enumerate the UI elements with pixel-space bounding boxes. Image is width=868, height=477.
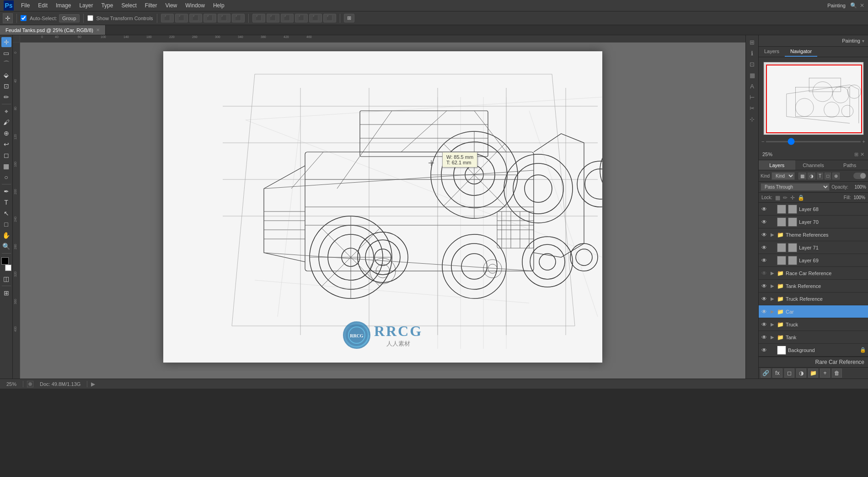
filter-shape-btn[interactable]: □: [825, 173, 831, 179]
panel-icon-1[interactable]: ⊞: [747, 37, 757, 47]
align-left[interactable]: ⬛: [161, 14, 174, 22]
layer-item-layer71[interactable]: 👁 Layer 71: [759, 241, 868, 254]
show-transform-checkbox[interactable]: [87, 15, 93, 21]
panel-collapse-btn[interactable]: ✕: [860, 152, 864, 157]
panel-icon-7[interactable]: ⊹: [747, 114, 757, 124]
zoom-percentage[interactable]: 25%: [4, 381, 19, 387]
history-brush[interactable]: ↩: [1, 139, 11, 149]
delete-layer-btn[interactable]: 🗑: [832, 369, 842, 378]
layer-item-truck-ref[interactable]: 👁 ▶ 📁 Truck Reference: [759, 293, 868, 305]
navigator-preview[interactable]: [763, 62, 864, 135]
arrange-icon[interactable]: ⊞: [344, 14, 354, 22]
filter-toggle[interactable]: [853, 173, 866, 179]
panel-icon-5[interactable]: ⊢: [747, 92, 757, 102]
tab-color[interactable]: Layers: [759, 47, 785, 57]
panel-icon-3[interactable]: ⊡: [747, 59, 757, 69]
type-tool[interactable]: T: [1, 197, 11, 207]
layer-item-race-car-ref[interactable]: 👁 ▶ 📁 Race Car Reference: [759, 267, 868, 280]
doc-size-info[interactable]: Doc: 49.8M/1.13G: [37, 381, 83, 387]
status-arrow-btn[interactable]: ▶: [91, 381, 95, 387]
add-style-btn[interactable]: fx: [772, 369, 782, 378]
layer-item-tank[interactable]: 👁 ▶ 📁 Tank: [759, 331, 868, 344]
layer-item-tank-ref[interactable]: 👁 ▶ 📁 Tank Reference: [759, 280, 868, 293]
dist-3[interactable]: ⬛: [281, 14, 294, 22]
add-mask-btn[interactable]: ◻: [784, 369, 794, 378]
heal-tool[interactable]: ⌖: [1, 106, 11, 116]
layer-item-layer68[interactable]: 👁 Layer 68: [759, 203, 868, 216]
workspace-chevron[interactable]: ▾: [862, 38, 864, 43]
dist-4[interactable]: ⬛: [295, 14, 308, 22]
panel-expand-btn[interactable]: ⊞: [854, 152, 858, 157]
fg-color[interactable]: [1, 257, 9, 265]
menu-filter[interactable]: Filter: [141, 1, 161, 10]
menu-image[interactable]: Image: [52, 1, 75, 10]
layer-visibility-tank-ref[interactable]: 👁: [761, 282, 768, 290]
layer-visibility-layer70[interactable]: 👁: [761, 218, 768, 226]
zoom-plus-icon[interactable]: +: [863, 139, 865, 144]
layer-expand-tank-ref[interactable]: ▶: [770, 283, 775, 289]
brush-tool[interactable]: 🖌: [1, 117, 11, 127]
lock-pixels-icon[interactable]: ✏: [783, 195, 788, 201]
filter-pixel-btn[interactable]: ▦: [798, 173, 806, 179]
layer-expand-tank[interactable]: ▶: [770, 335, 775, 340]
auto-select-checkbox[interactable]: [21, 15, 27, 21]
layer-visibility-layer68[interactable]: 👁: [761, 206, 768, 213]
filter-adj-btn[interactable]: ◑: [808, 173, 815, 179]
layer-item-layer69[interactable]: 👁 Layer 69: [759, 254, 868, 267]
layer-expand-race-car-ref[interactable]: ▶: [770, 271, 775, 276]
blend-mode-select[interactable]: Pass Through Normal Multiply: [761, 183, 830, 191]
menu-layer[interactable]: Layer: [75, 1, 96, 10]
layer-item-layer70[interactable]: 👁 Layer 70: [759, 216, 868, 228]
panel-icon-char[interactable]: A: [747, 81, 757, 91]
menu-help[interactable]: Help: [209, 1, 228, 10]
close-icon[interactable]: ✕: [860, 2, 864, 9]
search-icon[interactable]: 🔍: [850, 2, 857, 9]
move-tool-icon[interactable]: ✛: [3, 13, 13, 23]
layers-tab-paths[interactable]: Paths: [831, 160, 868, 170]
layer-visibility-layer71[interactable]: 👁: [761, 244, 768, 251]
layer-expand-truck-ref[interactable]: ▶: [770, 296, 775, 302]
navigator-zoom-slider[interactable]: [766, 141, 860, 142]
workspace-label[interactable]: Painting: [824, 3, 849, 8]
dist-v[interactable]: ⬛: [267, 14, 279, 22]
layer-item-theme-refs[interactable]: 👁 ▶ 📁 Theme References: [759, 228, 868, 241]
path-select[interactable]: ↖: [1, 208, 11, 218]
new-group-btn[interactable]: 📁: [808, 369, 818, 378]
dodge-tool[interactable]: ○: [1, 172, 11, 182]
filter-smart-btn[interactable]: ⊕: [832, 173, 840, 179]
new-adj-layer-btn[interactable]: ◑: [796, 369, 806, 378]
dist-h[interactable]: ⬛: [252, 14, 265, 22]
layer-visibility-layer69[interactable]: 👁: [761, 257, 768, 264]
menu-file[interactable]: File: [17, 1, 33, 10]
layer-expand-truck[interactable]: ▶: [770, 322, 775, 327]
tab-close-btn[interactable]: ✕: [96, 27, 100, 33]
layer-item-car[interactable]: 👁 ▶ 📁 Car: [759, 305, 868, 318]
filter-type-select[interactable]: Kind: [772, 172, 795, 180]
link-layers-btn[interactable]: 🔗: [761, 369, 771, 378]
layers-tab-channels[interactable]: Channels: [795, 160, 832, 170]
color-swatches[interactable]: [1, 257, 11, 271]
panel-icon-histogram[interactable]: ▦: [747, 70, 757, 80]
layer-visibility-race-car-ref[interactable]: 👁: [761, 270, 768, 277]
eraser-tool[interactable]: ◻: [1, 150, 11, 160]
clone-tool[interactable]: ⊕: [1, 128, 11, 138]
layer-visibility-truck[interactable]: 👁: [761, 321, 768, 328]
align-bottom[interactable]: ⬛: [232, 14, 245, 22]
hand-tool[interactable]: ✋: [1, 230, 11, 240]
move-tool[interactable]: ✛: [1, 37, 11, 47]
marquee-tool[interactable]: ▭: [1, 48, 11, 58]
layer-expand-car[interactable]: ▶: [770, 309, 775, 314]
menu-type[interactable]: Type: [97, 1, 117, 10]
layer-visibility-truck-ref[interactable]: 👁: [761, 295, 768, 303]
layer-item-background[interactable]: 👁 Background 🔒: [759, 344, 868, 357]
align-center-h[interactable]: ⬛: [175, 14, 188, 22]
quick-mask[interactable]: ◫: [1, 274, 11, 284]
layer-expand-theme-refs[interactable]: ▶: [770, 232, 775, 238]
layers-tab-layers[interactable]: Layers: [759, 160, 795, 170]
shape-tool[interactable]: □: [1, 219, 11, 229]
auto-select-dropdown[interactable]: Group: [59, 14, 80, 22]
dist-6[interactable]: ⬛: [323, 14, 336, 22]
panel-icon-info[interactable]: ℹ: [747, 48, 757, 58]
dist-5[interactable]: ⬛: [309, 14, 322, 22]
layer-visibility-theme-refs[interactable]: 👁: [761, 231, 768, 238]
